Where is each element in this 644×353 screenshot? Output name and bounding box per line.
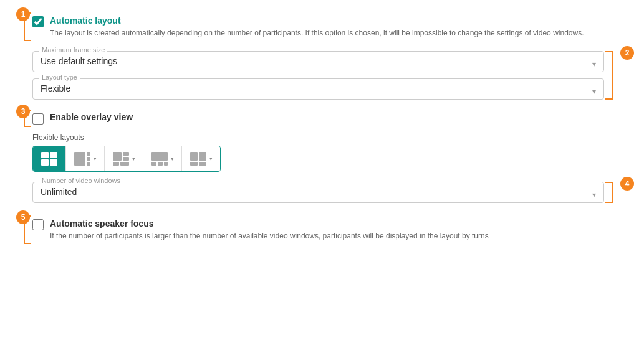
svg-rect-12 [120, 162, 129, 166]
svg-rect-17 [190, 152, 198, 161]
overlay-view-label[interactable]: Enable overlay view [50, 112, 133, 122]
svg-rect-4 [74, 152, 85, 166]
speaker-focus-row: Automatic speaker focus If the number of… [32, 215, 629, 244]
layout-main4-icon [190, 151, 207, 166]
section2-bracket-right [605, 51, 613, 100]
auto-layout-row: Automatic layout The layout is created a… [32, 12, 604, 41]
layout-main1-icon [74, 151, 91, 166]
flexible-layouts-section: Flexible layouts ▾ [32, 133, 629, 172]
max-frame-select[interactable]: Use default settings Small Medium Large [41, 56, 596, 66]
section4-bracket-right [605, 182, 613, 203]
svg-rect-5 [87, 152, 90, 156]
layout-type-select[interactable]: Flexible Fixed [41, 83, 596, 93]
auto-layout-label[interactable]: Automatic layout [50, 16, 121, 26]
svg-rect-20 [199, 162, 206, 166]
layouts-panel: ▾ ▾ ▾ [32, 146, 221, 172]
layout-btn-main2[interactable]: ▾ [105, 146, 143, 171]
overlay-view-checkbox[interactable] [32, 113, 44, 125]
video-windows-select[interactable]: Unlimited 1 2 4 6 9 16 [41, 187, 596, 197]
svg-rect-14 [151, 162, 156, 166]
layout-btn-main1[interactable]: ▾ [66, 146, 105, 171]
svg-rect-9 [123, 152, 129, 156]
max-frame-label: Maximum frame size [39, 46, 107, 54]
svg-rect-11 [113, 162, 119, 166]
svg-rect-19 [190, 162, 198, 166]
layout-btn-main4[interactable]: ▾ [182, 146, 220, 171]
speaker-focus-label[interactable]: Automatic speaker focus [50, 219, 154, 228]
svg-rect-6 [87, 157, 90, 161]
layout-chevron1-icon: ▾ [94, 156, 97, 162]
max-frame-field: Maximum frame size Use default settings … [32, 51, 604, 72]
svg-rect-2 [41, 159, 49, 166]
svg-rect-13 [151, 152, 168, 161]
layout-btn-main3[interactable]: ▾ [143, 146, 182, 171]
layout-main2-icon [112, 151, 130, 166]
auto-layout-desc: The layout is created automatically depe… [50, 28, 584, 39]
svg-rect-16 [164, 162, 168, 166]
video-windows-field: Number of video windows Unlimited 1 2 4 … [32, 182, 604, 203]
svg-rect-10 [123, 157, 129, 161]
speaker-focus-desc: If the number of participants is larger … [50, 231, 489, 242]
svg-rect-8 [113, 152, 122, 161]
svg-rect-18 [199, 152, 206, 161]
flexible-layouts-label: Flexible layouts [32, 133, 629, 142]
layout-btn-grid4[interactable] [33, 146, 66, 171]
svg-rect-7 [87, 162, 90, 166]
svg-rect-1 [50, 152, 57, 158]
layout-chevron2-icon: ▾ [132, 156, 135, 162]
layout-type-field: Layout type Flexible Fixed ▾ [32, 78, 604, 100]
layout-chevron3-icon: ▾ [171, 156, 174, 162]
svg-rect-0 [41, 152, 49, 158]
layout-main3-icon [151, 151, 168, 166]
layout-grid4-icon [41, 151, 58, 166]
video-windows-label: Number of video windows [39, 177, 123, 184]
layout-type-label: Layout type [39, 73, 80, 81]
overlay-view-row: Enable overlay view [32, 110, 629, 127]
svg-rect-3 [50, 159, 57, 166]
layout-chevron4-icon: ▾ [209, 156, 213, 162]
speaker-focus-checkbox[interactable] [32, 219, 44, 230]
svg-rect-15 [158, 162, 163, 166]
auto-layout-checkbox[interactable] [32, 16, 44, 27]
